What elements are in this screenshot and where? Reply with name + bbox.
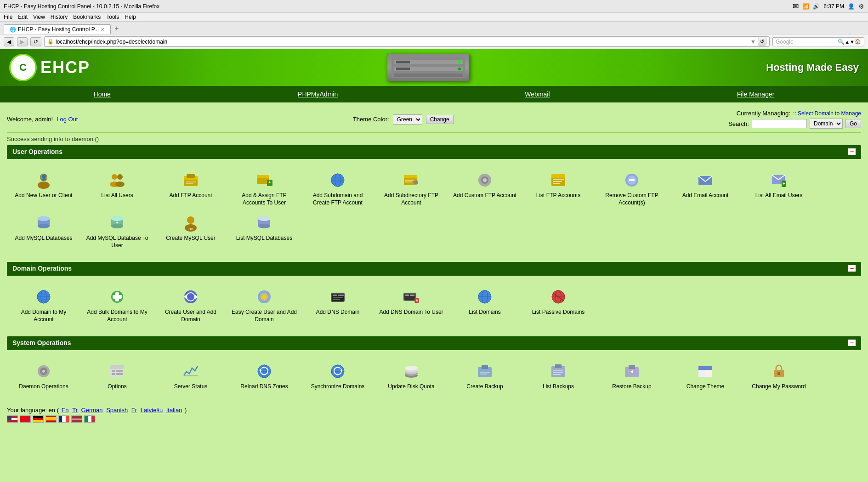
create-backup-link[interactable]: Create Backup [448,358,522,394]
list-mysql-databases-icon [255,214,273,232]
refresh-button[interactable]: ↺ [30,37,41,46]
nav-phpmyadmin[interactable]: PHPMyAdmin [289,86,347,102]
list-backups-link[interactable]: List Backups [522,358,595,394]
change-theme-link[interactable]: Change Theme [669,358,742,394]
user-operations-collapse-button[interactable]: − [848,148,856,155]
dropdown-arrow[interactable]: ▼ [750,39,756,45]
domain-select[interactable]: Domain [810,119,843,129]
menu-help[interactable]: Help [125,14,136,20]
list-mysql-databases-link[interactable]: List MySQL Databases [227,210,301,253]
lang-en-link[interactable]: En [62,407,69,414]
settings-icon[interactable]: ⚙ [858,3,864,10]
forward-button[interactable]: ▶ [17,37,28,46]
list-passive-domains-link[interactable]: List Passive Domains [522,284,595,327]
browser-title: EHCP - Easy Hosting Control Panel - 10.0… [4,3,159,10]
sound-icon[interactable]: 🔊 [813,3,820,10]
home-icon[interactable]: 🏠 [855,39,861,45]
add-subdomain-ftp-label: Add Subdomain and Create FTP Account [305,192,371,206]
menu-file[interactable]: File [4,14,12,20]
menu-bookmarks[interactable]: Bookmarks [73,14,101,20]
add-mysql-database-to-user-link[interactable]: + Add MySQL Database To User [80,210,154,253]
svg-rect-90 [333,297,343,298]
update-disk-quota-link[interactable]: Update Disk Quota [374,358,448,394]
menu-history[interactable]: History [51,14,68,20]
logout-link[interactable]: Log Out [57,116,78,123]
lang-german-link[interactable]: German [81,407,103,414]
search-result-prev-icon[interactable]: ▲ [845,39,850,45]
restore-backup-link[interactable]: Restore Backup [595,358,669,394]
server-status-label: Server Status [174,383,208,391]
nav-home[interactable]: Home [85,86,120,102]
logo-text: EHCP [40,58,90,77]
add-ftp-account-link[interactable]: Add FTP Account [154,167,227,210]
server-image [387,54,470,81]
lang-fr-link[interactable]: Fr [131,407,137,414]
rss-icon[interactable]: 📶 [802,3,809,10]
remove-custom-ftp-icon [623,171,641,189]
add-bulk-domains-link[interactable]: Add Bulk Domains to My Account [80,284,154,327]
menu-tools[interactable]: Tools [106,14,119,20]
remove-custom-ftp-link[interactable]: Remove Custom FTP Account(s) [595,167,669,210]
add-custom-ftp-link[interactable]: Add Custom FTP Account [448,167,522,210]
browser-search-bar[interactable]: Google 🔍 ▲ ▼ 🏠 [772,37,864,46]
new-tab-button[interactable]: + [112,23,121,34]
nav-filemanager[interactable]: File Manager [728,86,784,102]
add-dns-domain-to-user-link[interactable]: ✕ Add DNS Domain To User [374,284,448,327]
easy-create-user-add-domain-link[interactable]: Easy Create User and Add Domain [227,284,301,327]
server-status-link[interactable]: Server Status [154,358,227,394]
add-email-account-link[interactable]: Add Email Account [669,167,742,210]
select-domain-link[interactable]: :: Select Domain to Manage [793,110,861,117]
search-icon[interactable]: 🔍 [838,39,845,45]
domain-operations-collapse-button[interactable]: − [848,265,856,272]
menu-edit[interactable]: Edit [18,14,28,20]
list-domains-link[interactable]: List Domains [448,284,522,327]
tab-close-icon[interactable]: ✕ [101,27,105,33]
create-user-add-domain-link[interactable]: Create User and Add Domain [154,284,227,327]
add-email-account-icon [696,171,715,189]
go-button[interactable]: Go [845,119,861,128]
change-theme-button[interactable]: Change [426,115,454,124]
lang-spanish-link[interactable]: Spanish [106,407,128,414]
svg-rect-47 [553,183,560,184]
lang-italian-link[interactable]: Italian [166,407,182,414]
domain-operations-section: Domain Operations − Add Domain to My Acc… [7,262,861,330]
theme-select[interactable]: Green [393,114,422,125]
active-tab[interactable]: 🌐 EHCP - Easy Hosting Control P... ✕ [4,24,111,34]
daemon-operations-link[interactable]: Daemon Operations [7,358,80,394]
nav-webmail[interactable]: Webmail [516,86,559,102]
address-bar[interactable]: 🔒 localhost/ehcp/index.php?op=deselectdo… [44,36,770,47]
add-dns-domain-icon [329,288,347,306]
lang-latvian-link[interactable]: Latviešu [141,407,163,414]
menu-view[interactable]: View [33,14,45,20]
system-operations-collapse-button[interactable]: − [848,340,856,346]
content-area: Welcome, admin! Log Out Theme Color: Gre… [0,102,868,430]
reload-dns-zones-link[interactable]: Reload DNS Zones [227,358,301,394]
list-all-email-users-link[interactable]: + List All Email Users [742,167,816,210]
search-result-next-icon[interactable]: ▼ [850,39,855,45]
add-subdomain-ftp-link[interactable]: Add Subdomain and Create FTP Account [301,167,374,210]
flag-fr [58,415,69,423]
logo-circle: C [9,54,37,81]
add-dns-domain-link[interactable]: Add DNS Domain [301,284,374,327]
add-subdomain-ftp-icon [329,171,347,189]
svg-rect-148 [698,366,712,370]
add-subdirectory-ftp-link[interactable]: Add Subdirectory FTP Account [374,167,448,210]
options-link[interactable]: Options [80,358,154,394]
add-new-user-or-client-link[interactable]: 👤 Add New User or Client [7,167,80,210]
add-domain-to-account-link[interactable]: Add Domain to My Account [7,284,80,327]
lang-tr-link[interactable]: Tr [72,407,78,414]
change-my-password-link[interactable]: Change My Password [742,358,816,394]
options-icon [108,362,126,380]
create-mysql-user-link[interactable]: DB Create MySQL User [154,210,227,253]
tab-label: EHCP - Easy Hosting Control P... [18,26,99,33]
svg-rect-115 [110,365,124,369]
minimize-icon[interactable]: ✉ [793,2,799,11]
search-input[interactable] [752,119,807,128]
reload-address-button[interactable]: ↺ [758,38,766,45]
add-mysql-databases-link[interactable]: Add MySQL Databases [7,210,80,253]
back-button[interactable]: ◀ [4,37,14,46]
list-ftp-accounts-link[interactable]: List FTP Accounts [522,167,595,210]
list-all-users-link[interactable]: List All Users [80,167,154,210]
synchronize-domains-link[interactable]: Synchronize Domains [301,358,374,394]
add-assign-ftp-link[interactable]: + Add & Assign FTP Accounts To User [227,167,301,210]
